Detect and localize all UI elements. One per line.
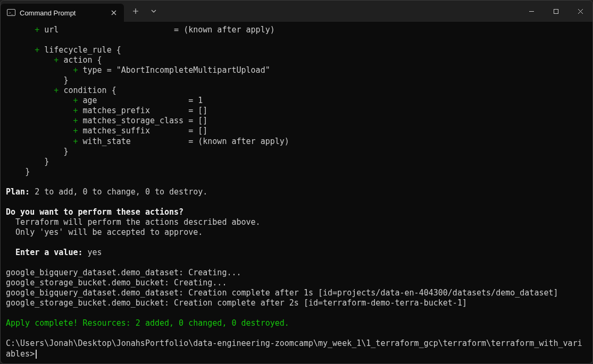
minimize-button[interactable] (519, 1, 544, 22)
svg-rect-2 (554, 9, 558, 13)
tab-title: Command Prompt (20, 9, 105, 17)
confirm-question: Do you want to perform these actions? (6, 207, 183, 217)
tab-actions (124, 1, 162, 22)
prompt-path: C:\Users\Jonah\Desktop\JonahsPortfolio\d… (6, 338, 582, 348)
window-controls (519, 1, 592, 22)
close-button[interactable] (568, 1, 592, 22)
titlebar: >_ Command Prompt (1, 1, 592, 22)
svg-text:>_: >_ (9, 11, 14, 15)
apply-complete: Apply complete! Resources: 2 added, 0 ch… (6, 318, 289, 328)
enter-value-label: Enter a value: (15, 248, 82, 257)
titlebar-drag-region[interactable] (162, 1, 519, 22)
tab-command-prompt[interactable]: >_ Command Prompt (1, 4, 124, 22)
terminal-output[interactable]: + url = (known after apply) + lifecycle_… (1, 22, 592, 364)
plan-label: Plan: (6, 187, 30, 197)
maximize-button[interactable] (544, 1, 568, 22)
enter-value-input: yes (88, 248, 102, 257)
terminal-icon: >_ (7, 9, 15, 17)
cursor (36, 350, 37, 359)
new-tab-button[interactable] (127, 3, 144, 20)
tab-dropdown-button[interactable] (145, 3, 162, 20)
tab-close-button[interactable] (109, 8, 119, 18)
